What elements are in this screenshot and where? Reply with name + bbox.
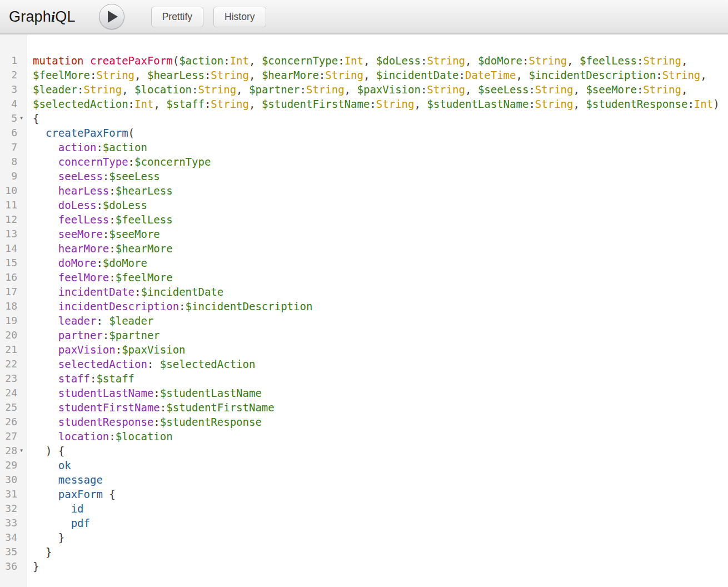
code-line[interactable]: createPaxForm( [33,126,728,140]
line-number: 33 [0,516,17,530]
code-line[interactable]: feelMore:$feelMore [33,270,728,285]
fold-arrow-icon[interactable]: ▾ [19,111,23,126]
code-line[interactable]: doMore:$doMore [33,256,728,270]
line-number: 2 [0,68,17,82]
line-number: 1 [0,53,17,68]
query-editor[interactable]: 12345▾6789101112131415161718192021222324… [0,34,728,587]
line-number: 14 [0,241,17,256]
code-line[interactable]: } [33,530,728,545]
code-line[interactable]: leader: $leader [33,314,728,328]
toolbar: GraphiQL Prettify History [0,0,728,34]
code-line[interactable]: studentResponse:$studentResponse [33,415,728,429]
code-line[interactable]: id [33,501,728,516]
code-line[interactable]: } [33,545,728,559]
line-number: 3 [0,82,17,97]
code-line[interactable]: selectedAction: $selectedAction [33,357,728,371]
line-number: 17 [0,285,17,299]
fold-arrow-icon[interactable]: ▾ [19,444,23,458]
line-number: 36 [0,559,17,574]
line-number: 34 [0,530,17,545]
code-line[interactable]: pdf [33,516,728,530]
line-number: 5 [0,111,17,126]
line-number: 12 [0,212,17,227]
line-number: 15 [0,256,17,270]
line-number: 24 [0,386,17,400]
code-area[interactable]: mutation createPaxForm($action:Int, $con… [27,34,728,587]
line-number: 21 [0,342,17,357]
code-line[interactable]: staff:$staff [33,371,728,386]
code-line[interactable]: feelLess:$feelLess [33,212,728,227]
line-number: 8 [0,155,17,169]
code-line[interactable]: location:$location [33,429,728,444]
code-line[interactable]: { [33,111,728,126]
line-number: 19 [0,314,17,328]
code-line[interactable]: hearMore:$hearMore [33,241,728,256]
line-number: 10 [0,183,17,198]
line-number: 22 [0,357,17,371]
line-number: 11 [0,198,17,212]
line-number: 16 [0,270,17,285]
play-icon [108,11,118,23]
code-line[interactable]: incidentDescription:$incidentDescription [33,299,728,314]
line-number: 26 [0,415,17,429]
execute-query-button[interactable] [99,4,124,29]
line-number: 27 [0,429,17,444]
code-line[interactable]: $selectedAction:Int, $staff:String, $stu… [33,97,728,111]
code-line[interactable]: doLess:$doLess [33,198,728,212]
line-number: 30 [0,472,17,487]
code-line[interactable]: $leader:String, $location:String, $partn… [33,82,728,97]
line-number: 32 [0,501,17,516]
line-number: 4 [0,97,17,111]
code-line[interactable]: message [33,472,728,487]
code-line[interactable]: studentLastName:$studentLastName [33,386,728,400]
line-number: 23 [0,371,17,386]
code-line[interactable]: paxForm { [33,487,728,501]
code-line[interactable]: concernType:$concernType [33,155,728,169]
code-line[interactable]: } [33,559,728,574]
line-number: 13 [0,227,17,241]
prettify-button[interactable]: Prettify [151,7,203,27]
code-line[interactable]: $feelMore:String, $hearLess:String, $hea… [33,68,728,82]
code-line[interactable]: action:$action [33,140,728,155]
line-number: 18 [0,299,17,314]
line-number: 25 [0,400,17,415]
app-logo: GraphiQL [9,8,76,26]
line-number-gutter: 12345▾6789101112131415161718192021222324… [0,34,27,587]
code-line[interactable]: ok [33,458,728,472]
line-number: 9 [0,169,17,183]
line-number: 20 [0,328,17,342]
line-number: 6 [0,126,17,140]
code-line[interactable]: mutation createPaxForm($action:Int, $con… [33,53,728,68]
code-line[interactable]: partner:$partner [33,328,728,342]
logo-text-suffix: QL [55,8,75,25]
line-number: 31 [0,487,17,501]
code-line[interactable]: paxVision:$paxVision [33,342,728,357]
code-line[interactable]: studentFirstName:$studentFirstName [33,400,728,415]
line-number: 29 [0,458,17,472]
code-line[interactable]: incidentDate:$incidentDate [33,285,728,299]
logo-text-prefix: Graph [9,8,51,25]
code-line[interactable]: hearLess:$hearLess [33,183,728,198]
code-line[interactable]: seeMore:$seeMore [33,227,728,241]
history-button[interactable]: History [213,7,266,27]
code-line[interactable]: seeLess:$seeLess [33,169,728,183]
line-number: 7 [0,140,17,155]
line-number: 28 [0,444,17,458]
code-line[interactable]: ) { [33,444,728,458]
line-number: 35 [0,545,17,559]
